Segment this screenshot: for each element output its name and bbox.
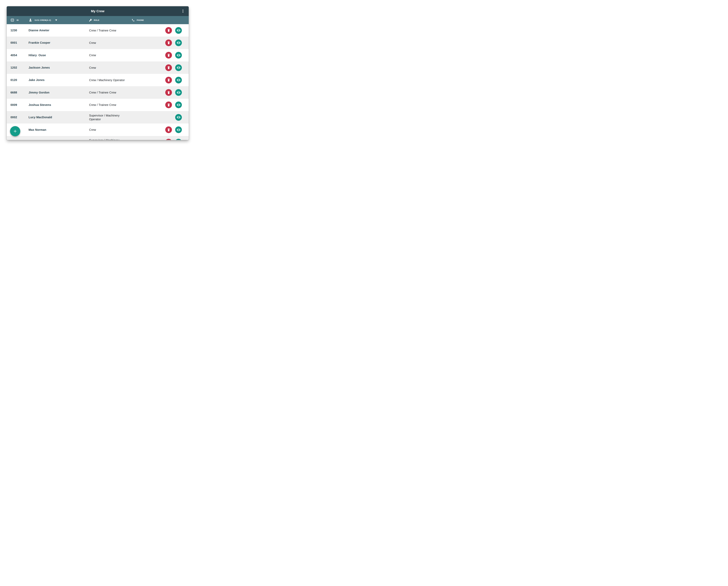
column-header-phone: PHONE bbox=[132, 16, 144, 24]
role-column-label: ROLE bbox=[94, 19, 100, 21]
app-header: My Crew bbox=[7, 6, 189, 16]
trash-icon bbox=[167, 29, 171, 32]
crew-role: Crew / Machinery Operator bbox=[89, 78, 130, 82]
crew-name: Frankie Cooper bbox=[29, 41, 89, 45]
crew-id: 1202 bbox=[10, 66, 29, 69]
crew-id: 0120 bbox=[10, 78, 29, 82]
trash-icon bbox=[167, 103, 171, 107]
crew-name: Lucy MacDonald bbox=[29, 116, 89, 119]
kebab-menu-button[interactable] bbox=[181, 9, 185, 14]
table-row: Max Norman Crew bbox=[7, 124, 189, 136]
table-row: 0120 Jake Jones Crew / Machinery Operato… bbox=[7, 74, 189, 86]
crew-id: 4054 bbox=[10, 54, 29, 57]
crew-name: Dianne Ameter bbox=[29, 29, 89, 32]
person-icon bbox=[29, 18, 32, 22]
table-row: 0001 Frankie Cooper Crew bbox=[7, 36, 189, 49]
crew-id: 1230 bbox=[10, 29, 29, 32]
view-button[interactable] bbox=[175, 65, 182, 71]
table-row: 1202 Jackson Jones Crew bbox=[7, 61, 189, 74]
eye-icon bbox=[177, 66, 181, 70]
eye-icon bbox=[177, 103, 181, 107]
view-button[interactable] bbox=[175, 89, 182, 96]
view-button[interactable] bbox=[175, 126, 182, 133]
table-row-partial: Supervisor / Machinery Operator bbox=[7, 136, 189, 140]
crew-name: Jake Jones bbox=[29, 78, 89, 82]
delete-button[interactable] bbox=[165, 102, 172, 108]
view-button[interactable] bbox=[175, 114, 182, 121]
view-button[interactable] bbox=[175, 102, 182, 108]
delete-button[interactable] bbox=[165, 89, 172, 96]
trash-icon bbox=[167, 41, 171, 45]
eye-icon bbox=[177, 41, 181, 45]
trash-icon bbox=[167, 66, 171, 70]
eye-icon bbox=[177, 78, 181, 82]
eye-icon bbox=[177, 28, 181, 32]
crew-id: 6688 bbox=[10, 91, 29, 94]
view-button[interactable] bbox=[175, 52, 182, 58]
view-button[interactable] bbox=[175, 139, 182, 140]
crew-sort-control[interactable]: 11/11 CREW(A-Z) bbox=[29, 16, 57, 24]
column-header-role: ROLE bbox=[89, 16, 100, 24]
eye-icon bbox=[177, 91, 181, 95]
crew-role: Crew bbox=[89, 66, 130, 70]
delete-button[interactable] bbox=[165, 77, 172, 83]
list-column-header: ID 11/11 CREW(A-Z) ROLE bbox=[7, 16, 189, 24]
trash-icon bbox=[167, 91, 171, 94]
crew-id: 0009 bbox=[10, 103, 29, 107]
plus-icon bbox=[14, 130, 17, 133]
id-column-label: ID bbox=[17, 19, 19, 21]
table-row: 6688 Jimmy Gordon Crew / Trainee Crew bbox=[7, 86, 189, 99]
crew-id: 0001 bbox=[10, 41, 29, 45]
crew-name: Jimmy Gordon bbox=[29, 91, 89, 94]
crew-name: Max Norman bbox=[29, 128, 89, 131]
phone-icon bbox=[132, 19, 135, 22]
table-row: 4054 Hilary Ouse Crew bbox=[7, 49, 189, 61]
crew-role: Crew bbox=[89, 128, 130, 132]
crew-role: Crew bbox=[89, 41, 130, 45]
crew-column-label: 11/11 CREW(A-Z) bbox=[34, 19, 51, 21]
crew-role: Crew bbox=[89, 53, 130, 57]
crew-role: Crew / Trainee Crew bbox=[89, 29, 130, 32]
crew-name: Hilary Ouse bbox=[29, 54, 89, 57]
delete-button[interactable] bbox=[165, 27, 172, 34]
delete-button[interactable] bbox=[165, 52, 172, 58]
delete-button[interactable] bbox=[165, 40, 172, 46]
eye-icon bbox=[177, 128, 181, 132]
trash-icon bbox=[167, 128, 171, 132]
delete-button[interactable] bbox=[165, 65, 172, 71]
crew-list: 1230 Dianne Ameter Crew / Trainee Crew 0… bbox=[7, 24, 189, 140]
id-card-icon bbox=[10, 18, 14, 22]
delete-button[interactable] bbox=[165, 139, 172, 140]
crew-role: Crew / Trainee Crew bbox=[89, 91, 130, 94]
crew-role: Supervisor / Machinery Operator bbox=[89, 138, 130, 140]
view-button[interactable] bbox=[175, 77, 182, 83]
crew-name: Jackson Jones bbox=[29, 66, 89, 69]
crew-name: Joshua Stevens bbox=[29, 103, 89, 107]
kebab-menu-icon bbox=[183, 9, 183, 13]
table-row: 0002 Lucy MacDonald Supervisor / Machine… bbox=[7, 111, 189, 124]
my-crew-card: My Crew ID bbox=[7, 6, 189, 140]
crew-role: Crew / Trainee Crew bbox=[89, 103, 130, 107]
crew-id: 0002 bbox=[10, 116, 29, 119]
wrench-icon bbox=[89, 19, 92, 22]
sort-descending-icon bbox=[55, 20, 57, 21]
trash-icon bbox=[167, 78, 171, 82]
table-row: 1230 Dianne Ameter Crew / Trainee Crew bbox=[7, 24, 189, 36]
view-button[interactable] bbox=[175, 27, 182, 34]
eye-icon bbox=[177, 53, 181, 57]
page-title: My Crew bbox=[91, 9, 105, 13]
delete-button[interactable] bbox=[165, 126, 172, 133]
phone-column-label: PHONE bbox=[137, 19, 144, 21]
eye-icon bbox=[177, 115, 181, 119]
column-header-id: ID bbox=[10, 16, 19, 24]
view-button[interactable] bbox=[175, 40, 182, 46]
page: My Crew ID bbox=[0, 0, 196, 147]
trash-icon bbox=[167, 53, 171, 57]
add-crew-fab[interactable] bbox=[10, 126, 20, 136]
crew-role: Supervisor / Machinery Operator bbox=[89, 113, 130, 121]
table-row: 0009 Joshua Stevens Crew / Trainee Crew bbox=[7, 99, 189, 111]
